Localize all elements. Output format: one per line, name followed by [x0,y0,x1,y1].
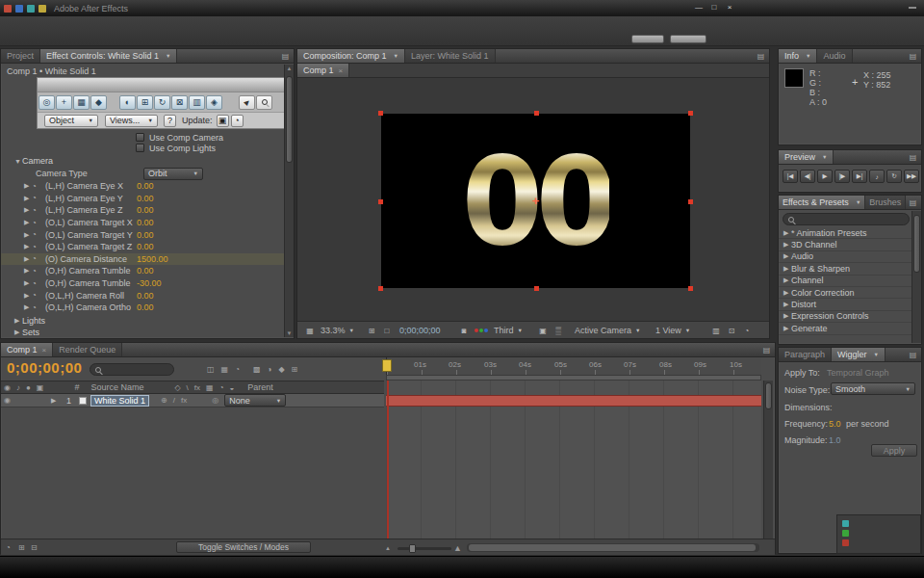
scrollbar-thumb[interactable] [469,544,756,551]
effects-switch-icon[interactable]: / [173,396,175,405]
snapshot-icon[interactable]: ◙ [457,324,471,337]
selection-arrow-icon[interactable]: ► [239,95,255,110]
draft-3d-icon[interactable]: ▦ [221,365,229,374]
panel-menu-icon[interactable]: ▤ [760,345,773,355]
grid-guides-icon[interactable]: ⊞ [365,324,378,337]
layer-color-swatch[interactable] [79,397,87,405]
property-value[interactable]: -30.00 [137,278,162,288]
stopwatch-icon[interactable]: ◔ [32,194,45,202]
panel-menu-icon[interactable]: ▤ [907,152,919,163]
vertical-scrollbar[interactable] [911,211,921,343]
stopwatch-icon[interactable]: ◔ [32,291,45,300]
camera-type-dropdown[interactable]: Orbit ▼ [143,168,203,180]
effects-category-row[interactable]: ▶3D Channel [779,239,911,250]
lights-group-row[interactable]: ▶ Lights [14,315,45,327]
shy-layers-icon[interactable]: ◔ [235,365,240,374]
close-icon[interactable]: × [42,346,47,355]
light-tool-icon[interactable]: ▥ [189,95,205,110]
swatch-red[interactable] [842,539,849,546]
source-name-column-label[interactable]: Source Name [90,382,143,392]
twirl-icon[interactable]: ▶ [783,252,791,260]
sets-group-row[interactable]: ▶ Sets [14,327,39,338]
effects-search-input[interactable] [783,213,910,225]
twirl-icon[interactable]: ▶ [24,219,32,226]
stopwatch-icon[interactable]: ◔ [32,254,45,263]
property-value[interactable]: 0.00 [137,194,154,203]
twirl-icon[interactable]: ▶ [783,325,791,332]
audio-toggle-button[interactable]: ♪ [869,170,885,183]
twirl-icon[interactable]: ▶ [14,328,22,336]
twirl-open-icon[interactable]: ▼ [14,158,22,165]
viewer-tab-comp1[interactable]: Comp 1 × [297,64,349,77]
twirl-icon[interactable]: ▶ [783,276,791,284]
parent-column-label[interactable]: Parent [247,382,273,392]
stopwatch-icon[interactable]: ◔ [32,219,45,227]
grid-tool-icon[interactable]: ▦ [73,95,90,110]
property-row[interactable]: ▶◔(L,H) Camera Eye Z0.00 [1,204,284,217]
play-button[interactable]: ▶ [817,170,833,183]
selection-handle[interactable] [534,286,539,291]
effects-category-row[interactable]: ▶Blur & Sharpen [779,263,911,275]
twirl-icon[interactable]: ▶ [24,279,32,287]
twirl-icon[interactable]: ▶ [24,206,32,214]
region-of-interest-icon[interactable]: ▣ [536,324,550,337]
stopwatch-icon[interactable]: ◔ [32,206,45,215]
pixel-aspect-icon[interactable]: ▥ [709,324,723,337]
zoom-out-mountain-icon[interactable]: ▲ [385,545,391,551]
camera-pan-icon[interactable]: ⊞ [137,95,153,110]
layer-row[interactable]: ◉ ▶ 1 White Solid 1 ⊕/fx ◎ None ▼ [1,394,384,407]
twirl-icon[interactable]: ▶ [24,231,32,239]
current-time-indicator[interactable] [382,359,392,372]
tab-paragraph[interactable]: Paragraph [779,348,832,361]
frame-blend-icon[interactable]: ▩ [253,365,261,374]
tab-timeline-comp1[interactable]: Comp 1 × [1,343,53,356]
stopwatch-icon[interactable]: ◔ [32,267,45,276]
scrollbar-thumb[interactable] [913,215,920,273]
property-row[interactable]: ▶◔(O,H) Camera Tumble0.00 [1,265,284,277]
view-dropdown[interactable]: Active Camera ▼ [575,324,640,337]
twirl-icon[interactable]: ▶ [783,241,791,249]
scrollbar-thumb[interactable] [765,382,772,409]
zoom-in-mountain-icon[interactable]: ▲ [453,543,462,553]
flowchart-icon[interactable]: ▦ [303,324,317,337]
property-value[interactable]: 0.00 [137,266,154,276]
twirl-icon[interactable]: ▶ [24,182,32,190]
timeline-horizontal-scrollbar[interactable] [467,543,759,552]
views-dropdown[interactable]: Views... ▼ [105,115,158,127]
swatch-green[interactable] [842,530,849,537]
view-layout-dropdown[interactable]: 1 View ▼ [655,324,690,337]
menu-icon[interactable] [15,5,23,13]
minimize-button[interactable]: — [693,2,705,13]
use-comp-lights-checkbox[interactable] [136,144,144,152]
twirl-icon[interactable]: ▶ [24,292,32,300]
tab-effect-controls[interactable]: Effect Controls: White Solid 1 ▼ [40,49,177,63]
ram-preview-button[interactable]: ▶▶ [904,170,919,183]
twirl-icon[interactable]: ▶ [24,195,32,202]
apply-button[interactable]: Apply [871,444,917,457]
twirl-icon[interactable]: ▶ [24,267,32,275]
tab-render-queue[interactable]: Render Queue [53,343,122,356]
selection-handle[interactable] [378,286,383,291]
object-tool-icon[interactable]: ◎ [38,95,55,110]
magnitude-value[interactable]: 1.0 [829,435,841,445]
property-row[interactable]: ▶◔(L,H) Camera Eye X0.00 [1,180,284,193]
selection-handle[interactable] [534,111,539,116]
twirl-icon[interactable]: ▶ [783,301,791,308]
resolution-dropdown[interactable]: Third ▼ [494,324,523,337]
transparency-grid-icon[interactable]: ▒ [552,324,565,337]
property-row[interactable]: ▶◔(O,L) Camera Target Y0.00 [1,228,284,241]
timeline-search-input[interactable] [90,363,174,376]
tab-layer[interactable]: Layer: White Solid 1 [405,49,496,63]
effects-category-row[interactable]: ▶Distort [779,299,911,310]
brainstorm-icon[interactable]: ◆ [278,365,284,374]
panel-menu-icon[interactable]: ▤ [907,51,919,62]
layer-duration-bar[interactable] [386,395,761,407]
pickwhip-icon[interactable]: ◎ [212,396,218,405]
twirl-icon[interactable]: ▶ [783,265,791,273]
restore-button[interactable]: □ [708,2,720,13]
effects-category-row[interactable]: ▶Audio [779,251,911,263]
fx-switch-icon[interactable]: fx [181,396,187,405]
property-row[interactable]: ▶◔(O,L,H) Camera Roll0.00 [1,289,284,302]
stopwatch-icon[interactable]: ◔ [32,243,45,251]
loop-button[interactable]: ↻ [886,170,902,183]
